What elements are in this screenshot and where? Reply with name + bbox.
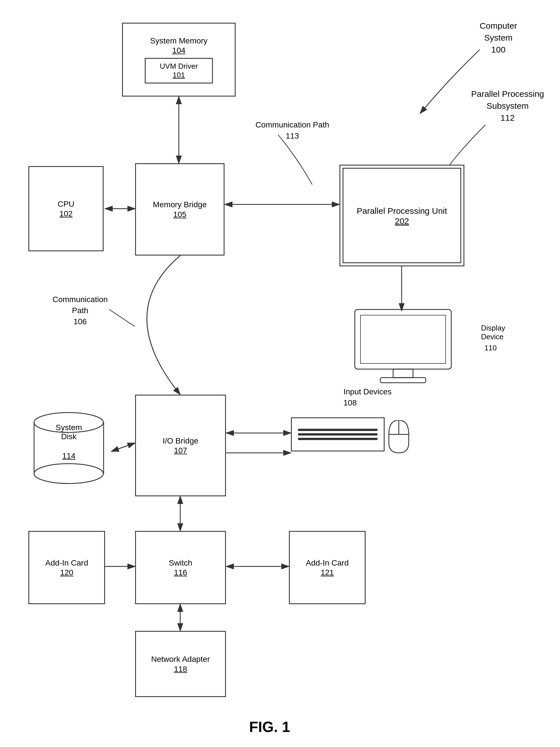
display-device-label: DisplayDevice: [481, 324, 505, 341]
system-disk-num: 114: [62, 452, 76, 461]
svg-rect-16: [380, 378, 426, 383]
switch-num: 116: [174, 568, 187, 577]
svg-rect-13: [355, 309, 451, 369]
comm-path-106-label: CommunicationPath106: [53, 294, 108, 327]
system-disk: SystemDisk 114: [28, 395, 109, 497]
io-bridge-label: I/O Bridge: [163, 436, 198, 446]
svg-rect-15: [393, 369, 413, 378]
network-adapter-num: 118: [174, 665, 187, 674]
uvm-driver-num: 101: [172, 71, 185, 79]
comm-path-113-label: Communication Path113: [256, 119, 329, 141]
network-adapter-box: Network Adapter 118: [135, 631, 226, 697]
cpu-box: CPU 102: [28, 166, 104, 251]
computer-system-label: ComputerSystem100: [480, 20, 517, 56]
add-in-card-121-num: 121: [321, 568, 334, 577]
io-bridge-box: I/O Bridge 107: [135, 395, 226, 496]
svg-point-21: [34, 464, 103, 484]
cpu-num: 102: [59, 209, 73, 218]
memory-bridge-box: Memory Bridge 105: [135, 163, 224, 256]
system-memory-num: 104: [172, 46, 186, 55]
add-in-card-120-box: Add-In Card 120: [28, 531, 105, 604]
uvm-driver-label: UVM Driver: [160, 62, 198, 71]
ppu-box: Parallel Processing Unit 202: [340, 165, 464, 266]
network-adapter-label: Network Adapter: [151, 654, 210, 664]
memory-bridge-num: 105: [173, 210, 186, 219]
input-devices: [291, 406, 419, 471]
system-memory-label: System Memory: [150, 36, 208, 46]
switch-label: Switch: [169, 558, 192, 568]
fig-label: FIG. 1: [213, 718, 326, 736]
switch-box: Switch 116: [135, 531, 226, 604]
io-bridge-num: 107: [174, 446, 187, 455]
pps-label: Parallel ProcessingSubsystem112: [471, 88, 544, 124]
svg-rect-14: [361, 315, 446, 363]
add-in-card-121-label: Add-In Card: [306, 558, 349, 568]
cpu-label: CPU: [58, 199, 74, 209]
memory-bridge-label: Memory Bridge: [153, 200, 207, 210]
svg-line-8: [111, 443, 135, 452]
add-in-card-121-box: Add-In Card 121: [289, 531, 366, 604]
input-devices-label: Input Devices108: [343, 386, 392, 408]
diagram: System Memory 104 UVM Driver 101 CPU 102…: [0, 0, 560, 747]
system-disk-label: SystemDisk: [56, 423, 82, 441]
add-in-card-120-label: Add-In Card: [46, 558, 88, 568]
display-device-num: 110: [484, 343, 497, 352]
system-memory-box: System Memory 104 UVM Driver 101: [122, 23, 236, 97]
display-device: DisplayDevice 110: [346, 307, 460, 392]
add-in-card-120-num: 120: [60, 568, 74, 577]
